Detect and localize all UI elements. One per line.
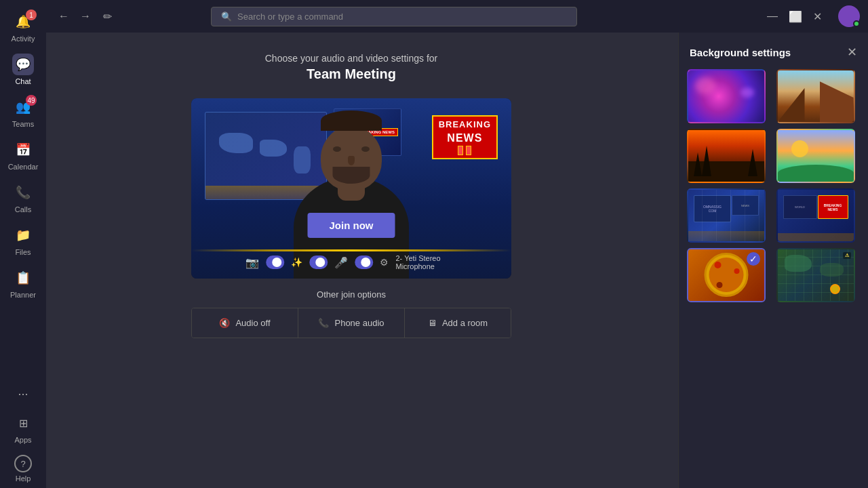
maximize-button[interactable]: ⬜ — [789, 10, 802, 23]
video-preview: BREAKING NEWS BREAKING NEWS — [191, 98, 511, 279]
sidebar-item-label: Help — [16, 474, 31, 483]
bg-thumb-inner — [778, 70, 854, 122]
bg-thumb-pizza[interactable]: ✓ — [687, 248, 766, 302]
compose-button[interactable]: ✏ — [103, 10, 112, 23]
video-background: BREAKING NEWS BREAKING NEWS — [191, 98, 511, 279]
mic-toggle[interactable] — [355, 256, 373, 269]
sidebar-item-files[interactable]: 📁 Files — [0, 219, 46, 262]
bg-thumb-inner — [688, 130, 764, 182]
bg-thumb-studio1[interactable]: OMNASSIGCOM NEWS — [687, 188, 766, 243]
mic-icon: 🎤 — [334, 256, 348, 269]
search-icon: 🔍 — [221, 12, 232, 22]
forward-button[interactable]: → — [76, 7, 95, 25]
sidebar-item-label: Files — [15, 248, 31, 256]
meeting-subtitle: Choose your audio and video settings for — [265, 53, 438, 64]
sidebar-item-label: Calls — [15, 205, 31, 214]
sidebar-item-label: Activity — [12, 35, 35, 43]
bg-thumb-map[interactable]: ⚠ — [776, 248, 855, 302]
online-status — [853, 20, 860, 27]
audio-off-button[interactable]: 🔇 Audio off — [192, 308, 298, 338]
sidebar-item-label: Apps — [14, 436, 31, 444]
search-placeholder: Search or type a command — [237, 12, 343, 22]
sidebar-item-planner[interactable]: 📋 Planner — [0, 262, 46, 304]
search-bar[interactable]: 🔍 Search or type a command — [211, 7, 577, 26]
effects-toggle[interactable] — [309, 256, 328, 269]
sidebar-item-label: Calendar — [8, 163, 39, 171]
video-controls: 📷 ✨ 🎤 ⚙ 2- Yeti Stereo Microphone — [245, 254, 456, 270]
bg-thumb-galaxy[interactable] — [687, 69, 766, 123]
bg-thumb-inner — [688, 70, 764, 122]
meeting-title-area: Choose your audio and video settings for… — [265, 53, 438, 82]
add-room-button[interactable]: 🖥 Add a room — [405, 308, 511, 338]
sidebar-item-label: Teams — [12, 120, 34, 128]
help-icon: ? — [14, 455, 32, 472]
sidebar-item-apps[interactable]: ⊞ Apps — [0, 407, 46, 449]
audio-off-icon: 🔇 — [219, 318, 230, 328]
selected-checkmark: ✓ — [747, 252, 760, 266]
topbar: ← → ✏ 🔍 Search or type a command — ⬜ ✕ — [46, 0, 868, 33]
sidebar-item-help[interactable]: ? Help — [0, 449, 46, 488]
bg-panel-title: Background settings — [690, 47, 791, 58]
bg-panel-close-button[interactable]: ✕ — [847, 45, 857, 60]
other-join-options: Other join options 🔇 Audio off 📞 Phone a… — [191, 289, 511, 338]
apps-icon: ⊞ — [12, 412, 34, 434]
nav-buttons: ← → — [54, 7, 95, 25]
more-options[interactable]: ··· — [0, 382, 46, 407]
sidebar-item-label: Chat — [15, 77, 31, 85]
bg-thumb-fantasy[interactable] — [776, 129, 855, 183]
calendar-icon: 📅 — [12, 139, 34, 161]
sidebar-item-calendar[interactable]: 📅 Calendar — [0, 134, 46, 176]
topbar-right: — ⬜ ✕ — [767, 5, 860, 27]
calls-icon: 📞 — [12, 182, 34, 203]
close-button[interactable]: ✕ — [813, 10, 822, 23]
sidebar-item-label: Planner — [10, 291, 36, 299]
camera-icon: 📷 — [245, 256, 259, 269]
sidebar-item-activity[interactable]: 🔔 Activity 1 — [0, 5, 46, 48]
settings-icon: ⚙ — [380, 257, 389, 268]
meeting-name: Team Meeting — [265, 66, 438, 82]
files-icon: 📁 — [12, 224, 34, 246]
join-options-row: 🔇 Audio off 📞 Phone audio 🖥 Add a room — [191, 308, 511, 338]
sidebar-item-chat[interactable]: 💬 Chat — [0, 48, 46, 91]
bg-thumb-inner: WORLD BREAKINGNEWS — [778, 190, 854, 241]
phone-audio-button[interactable]: 📞 Phone audio — [298, 308, 405, 338]
minimize-button[interactable]: — — [767, 10, 778, 22]
sidebar: 🔔 Activity 1 💬 Chat 👥 Teams 49 📅 Calenda… — [0, 0, 46, 488]
sidebar-item-calls[interactable]: 📞 Calls — [0, 176, 46, 219]
bg-thumbnail-grid: OMNASSIGCOM NEWS WORLD BREAKINGNEWS — [679, 69, 868, 302]
chat-icon: 💬 — [12, 54, 34, 75]
mic-toggle-knob — [361, 258, 370, 267]
camera-toggle[interactable] — [266, 256, 284, 269]
bg-thumb-inner: OMNASSIGCOM NEWS — [688, 190, 764, 241]
effects-toggle-knob — [315, 258, 325, 267]
back-button[interactable]: ← — [54, 7, 73, 25]
bg-thumb-news[interactable]: WORLD BREAKINGNEWS — [776, 188, 855, 243]
bg-thumb-sunset[interactable] — [687, 129, 766, 183]
phone-audio-icon: 📞 — [318, 318, 329, 328]
bg-thumb-inner: ✓ — [688, 249, 764, 301]
user-avatar[interactable] — [838, 5, 860, 27]
mic-device-label: 2- Yeti Stereo Microphone — [395, 254, 456, 270]
bg-thumb-inner — [778, 130, 854, 182]
bg-settings-panel: Background settings ✕ — [678, 33, 868, 488]
add-room-icon: 🖥 — [428, 318, 437, 328]
join-now-button[interactable]: Join now — [308, 213, 395, 238]
activity-badge: 1 — [26, 9, 37, 20]
main-content: Choose your audio and video settings for… — [46, 33, 656, 488]
effects-icon: ✨ — [291, 257, 302, 268]
bg-panel-header: Background settings ✕ — [679, 33, 868, 69]
bg-thumb-canyon[interactable] — [776, 69, 855, 123]
other-options-title: Other join options — [191, 289, 511, 300]
sidebar-item-teams[interactable]: 👥 Teams 49 — [0, 91, 46, 134]
planner-icon: 📋 — [12, 267, 34, 289]
camera-toggle-knob — [272, 258, 281, 267]
teams-badge: 49 — [26, 95, 37, 106]
bg-thumb-inner: ⚠ — [778, 249, 854, 301]
